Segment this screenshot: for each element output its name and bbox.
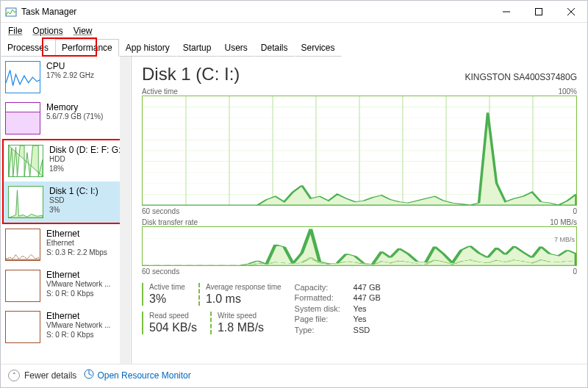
sidebar-item-sub: VMware Network ... <box>46 280 110 290</box>
sidebar-item-sub2: S: 0.3 R: 2.2 Mbps <box>46 248 107 258</box>
sidebar-item-sub2: S: 0 R: 0 Kbps <box>46 331 110 340</box>
sidebar-item-ethernet-1[interactable]: Ethernet Ethernet S: 0.3 R: 2.2 Mbps <box>1 224 131 265</box>
close-button[interactable] <box>555 1 587 23</box>
tab-performance[interactable]: Performance <box>55 39 119 57</box>
sidebar-item-sub: Ethernet <box>46 239 107 248</box>
sidebar-item-sub: SSD <box>49 196 98 206</box>
chart-rate-right: 0 <box>573 267 577 276</box>
chart-active-label: Active time <box>142 87 178 96</box>
sidebar-item-label: Memory <box>46 102 103 112</box>
chart-active-time <box>142 96 577 206</box>
sidebar-item-sub: HDD <box>49 155 123 165</box>
sidebar-item-label: Disk 0 (D: E: F: G:) <box>49 145 123 155</box>
tab-services[interactable]: Services <box>295 39 342 57</box>
tab-processes[interactable]: Processes <box>1 39 55 57</box>
tab-app-history[interactable]: App history <box>119 39 176 57</box>
menu-bar: File Options View <box>1 23 587 39</box>
sidebar-item-sub2: 18% <box>49 165 123 174</box>
menu-file[interactable]: File <box>8 26 22 36</box>
tab-details[interactable]: Details <box>254 39 295 57</box>
sidebar-item-label: Ethernet <box>46 270 110 280</box>
menu-view[interactable]: View <box>74 26 93 36</box>
sidebar-scrollbar[interactable] <box>120 57 130 364</box>
title-bar: Task Manager <box>1 1 587 23</box>
tab-startup[interactable]: Startup <box>176 39 218 57</box>
sidebar-item-sub2: S: 0 R: 0 Kbps <box>46 290 110 299</box>
minimize-button[interactable] <box>490 1 523 23</box>
sidebar-item-label: Disk 1 (C: I:) <box>49 186 98 196</box>
app-icon <box>5 6 17 18</box>
tab-users[interactable]: Users <box>218 39 254 57</box>
chart-active-right: 0 <box>573 207 577 215</box>
sidebar-item-disk1[interactable]: Disk 1 (C: I:) SSD 3% <box>4 182 128 223</box>
sidebar: CPU 17% 2.92 GHz Memory 5.6/7.9 GB (71%)… <box>1 57 132 364</box>
sidebar-item-label: CPU <box>46 61 94 71</box>
sidebar-item-sub: 17% 2.92 GHz <box>46 71 94 81</box>
detail-title: Disk 1 (C: I:) <box>142 64 240 85</box>
window-title: Task Manager <box>21 7 490 17</box>
chart-rate-mid: 7 MB/s <box>554 236 575 243</box>
monitor-icon <box>84 369 94 381</box>
sidebar-item-ethernet-3[interactable]: Ethernet VMware Network ... S: 0 R: 0 Kb… <box>1 306 131 348</box>
chart-active-left: 60 seconds <box>142 207 179 215</box>
maximize-button[interactable] <box>523 1 555 23</box>
chevron-up-icon: ˄ <box>8 370 20 381</box>
sidebar-item-memory[interactable]: Memory 5.6/7.9 GB (71%) <box>1 98 131 139</box>
chart-rate-label: Disk transfer rate <box>142 218 198 226</box>
chart-rate-left: 60 seconds <box>142 267 179 276</box>
sidebar-item-disk0[interactable]: Disk 0 (D: E: F: G:) HDD 18% <box>4 140 128 182</box>
chart-transfer-rate: 7 MB/s <box>142 226 577 266</box>
chart-active-max: 100% <box>558 87 577 96</box>
stat-read-speed: Read speed 504 KB/s <box>142 312 197 334</box>
chart-rate-max: 10 MB/s <box>550 218 577 226</box>
sidebar-item-cpu[interactable]: CPU 17% 2.92 GHz <box>1 57 131 98</box>
svg-rect-2 <box>536 8 542 15</box>
sidebar-item-sub2: 3% <box>49 206 98 215</box>
annotation-disk-highlight: Disk 0 (D: E: F: G:) HDD 18% Disk 1 (C: … <box>2 139 129 224</box>
sidebar-item-ethernet-2[interactable]: Ethernet VMware Network ... S: 0 R: 0 Kb… <box>1 265 131 306</box>
stat-avg-response: Average response time 1.0 ms <box>198 283 282 306</box>
detail-model: KINGSTON SA400S37480G <box>465 72 577 82</box>
stat-active-time: Active time 3% <box>142 283 185 306</box>
tab-strip: Processes Performance App history Startu… <box>1 39 587 57</box>
sidebar-item-label: Ethernet <box>46 229 107 239</box>
stat-write-speed: Write speed 1.8 MB/s <box>210 312 264 334</box>
sidebar-item-label: Ethernet <box>46 311 110 321</box>
fewer-details-button[interactable]: ˄ Fewer details <box>8 370 76 381</box>
sidebar-item-sub: VMware Network ... <box>46 321 110 331</box>
open-resource-monitor-link[interactable]: Open Resource Monitor <box>84 369 190 381</box>
svg-rect-5 <box>6 112 40 134</box>
detail-pane: Disk 1 (C: I:) KINGSTON SA400S37480G Act… <box>132 57 587 364</box>
stat-properties: Capacity:447 GB Formatted:447 GB System … <box>295 283 381 334</box>
menu-options[interactable]: Options <box>32 26 62 36</box>
sidebar-item-sub: 5.6/7.9 GB (71%) <box>46 112 103 122</box>
